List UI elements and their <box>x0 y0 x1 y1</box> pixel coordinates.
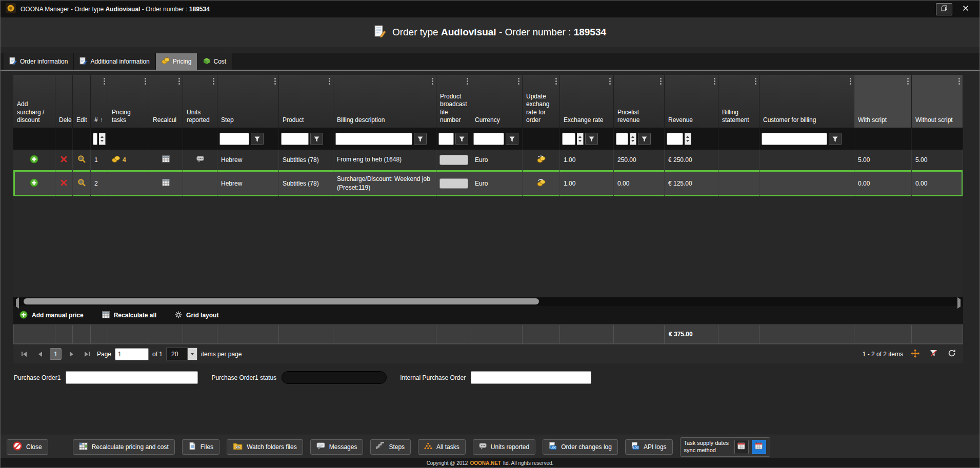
filter-funnel-button[interactable] <box>251 133 264 145</box>
filter-input-product[interactable] <box>281 133 309 145</box>
filter-funnel-button[interactable] <box>310 133 323 145</box>
units-reported-bubble-icon[interactable] <box>196 156 204 164</box>
tab-cost[interactable]: Cost <box>197 53 232 70</box>
filter-input-customer[interactable] <box>762 133 827 145</box>
column-menu-icon[interactable] <box>518 78 519 85</box>
messages-button[interactable]: Messages <box>310 439 364 455</box>
col-header-with-script[interactable]: With script <box>854 75 912 128</box>
update-exchange-rate-icon[interactable] <box>537 179 546 188</box>
api-logs-button[interactable]: LOGAPI logs <box>625 439 673 455</box>
tab-order-information[interactable]: Order information <box>4 53 74 70</box>
reorder-columns-button[interactable] <box>908 348 922 361</box>
filter-input-step[interactable] <box>219 133 249 145</box>
col-header-delete[interactable]: Dele <box>55 75 73 128</box>
add-manual-price-button[interactable]: Add manual price <box>19 311 84 320</box>
number-spinner[interactable] <box>630 133 636 145</box>
purchase-order1-input[interactable] <box>66 371 198 384</box>
sync-method-calendar-button[interactable] <box>734 440 749 454</box>
col-header-pricelist-revenue[interactable]: Pricelist revenue <box>614 75 665 128</box>
col-header-exchange-rate[interactable]: Exchange rate <box>560 75 614 128</box>
add-surcharge-icon[interactable] <box>30 178 38 189</box>
chevron-down-icon[interactable] <box>188 348 197 360</box>
all-tasks-button[interactable]: All tasks <box>418 439 466 455</box>
order-changes-log-button[interactable]: LOGOrder changes log <box>543 439 618 455</box>
tab-pricing[interactable]: Pricing <box>156 53 198 70</box>
col-header-units-reported[interactable]: Units reported <box>183 75 217 128</box>
filter-funnel-button[interactable] <box>506 133 518 145</box>
pricing-tasks-coins-icon[interactable] <box>112 156 120 164</box>
col-header-product[interactable]: Product <box>279 75 333 128</box>
last-page-button[interactable] <box>81 348 93 360</box>
column-menu-icon[interactable] <box>213 78 214 85</box>
units-reported-button[interactable]: Units reported <box>473 439 535 455</box>
column-menu-icon[interactable] <box>755 78 756 85</box>
filter-funnel-button[interactable] <box>585 133 598 145</box>
col-header-number[interactable]: #↑ <box>91 75 108 128</box>
refresh-button[interactable] <box>945 348 958 361</box>
filter-input-pricelist-revenue[interactable] <box>616 133 628 145</box>
col-header-update-exchange-rate[interactable]: Update exchang rate for order <box>523 75 560 128</box>
filter-funnel-button[interactable] <box>455 133 468 145</box>
recalculate-pricing-cost-button[interactable]: Recalculate pricing and cost <box>73 439 175 455</box>
first-page-button[interactable] <box>18 348 30 360</box>
filter-input-currency[interactable] <box>473 133 504 145</box>
column-menu-icon[interactable] <box>555 78 557 85</box>
number-spinner[interactable] <box>99 133 106 145</box>
broadcast-file-input[interactable] <box>439 155 468 165</box>
watch-folders-files-button[interactable]: Watch folders files <box>227 439 303 455</box>
delete-icon[interactable] <box>61 156 67 164</box>
delete-icon[interactable] <box>61 179 67 188</box>
horizontal-scrollbar[interactable] <box>13 297 963 306</box>
sync-method-calendar-selected-button[interactable] <box>752 440 766 454</box>
col-header-revenue[interactable]: Revenue <box>665 75 718 128</box>
restore-window-button[interactable] <box>936 3 952 15</box>
col-header-step[interactable]: Step <box>217 75 279 128</box>
col-header-product-broadcast-file-number[interactable]: Product broadcast file number <box>436 75 471 128</box>
column-menu-icon[interactable] <box>660 78 662 85</box>
column-menu-icon[interactable] <box>274 78 276 85</box>
tab-additional-information[interactable]: Additional information <box>74 53 155 70</box>
filter-input-billing-description[interactable] <box>335 133 412 145</box>
files-button[interactable]: Files <box>182 439 219 455</box>
column-menu-icon[interactable] <box>609 78 611 85</box>
filter-input-broadcast-number[interactable] <box>438 133 454 145</box>
internal-purchase-order-input[interactable] <box>471 371 591 384</box>
col-header-recalculate[interactable]: Recalcul <box>149 75 183 128</box>
add-surcharge-icon[interactable] <box>30 155 38 165</box>
scrollbar-thumb[interactable] <box>24 298 539 304</box>
col-header-pricing-tasks[interactable]: Pricing tasks <box>108 75 149 128</box>
brand-link[interactable]: OOONA.NET <box>470 460 501 466</box>
grid-layout-button[interactable]: Grid layout <box>175 311 218 320</box>
clear-filters-button[interactable] <box>927 348 940 361</box>
column-menu-icon[interactable] <box>145 78 146 85</box>
column-menu-icon[interactable] <box>178 78 180 85</box>
page-number-input[interactable] <box>115 348 149 360</box>
filter-input-number[interactable] <box>93 133 97 145</box>
number-spinner[interactable] <box>577 133 584 145</box>
number-spinner[interactable] <box>685 133 691 145</box>
column-menu-icon[interactable] <box>958 78 960 85</box>
broadcast-file-input[interactable] <box>439 178 468 189</box>
col-header-billing-statement[interactable]: Billing statement <box>718 75 759 128</box>
col-header-billing-description[interactable]: Billing description <box>333 75 436 128</box>
next-page-button[interactable] <box>65 348 77 360</box>
col-header-currency[interactable]: Currency <box>471 75 523 128</box>
recalculate-grid-icon[interactable] <box>162 155 170 164</box>
col-header-edit[interactable]: Edit <box>73 75 91 128</box>
close-window-button[interactable] <box>957 3 974 16</box>
recalculate-all-button[interactable]: Recalculate all <box>102 311 156 320</box>
filter-funnel-button[interactable] <box>829 133 842 145</box>
column-menu-icon[interactable] <box>104 78 105 85</box>
recalculate-grid-icon[interactable] <box>162 179 170 188</box>
steps-button[interactable]: Steps <box>370 439 411 455</box>
filter-funnel-button[interactable] <box>638 133 651 145</box>
page-size-select[interactable]: 20 <box>166 348 197 360</box>
col-header-add-surcharge-discount[interactable]: Add surcharg / discount <box>13 75 55 128</box>
column-menu-icon[interactable] <box>714 78 715 85</box>
close-button[interactable]: Close <box>7 439 48 455</box>
column-menu-icon[interactable] <box>850 78 851 85</box>
column-menu-icon[interactable] <box>907 78 909 85</box>
scroll-right-arrow-icon[interactable] <box>957 299 961 307</box>
edit-magnifier-icon[interactable] <box>77 155 86 165</box>
column-menu-icon[interactable] <box>329 78 330 85</box>
